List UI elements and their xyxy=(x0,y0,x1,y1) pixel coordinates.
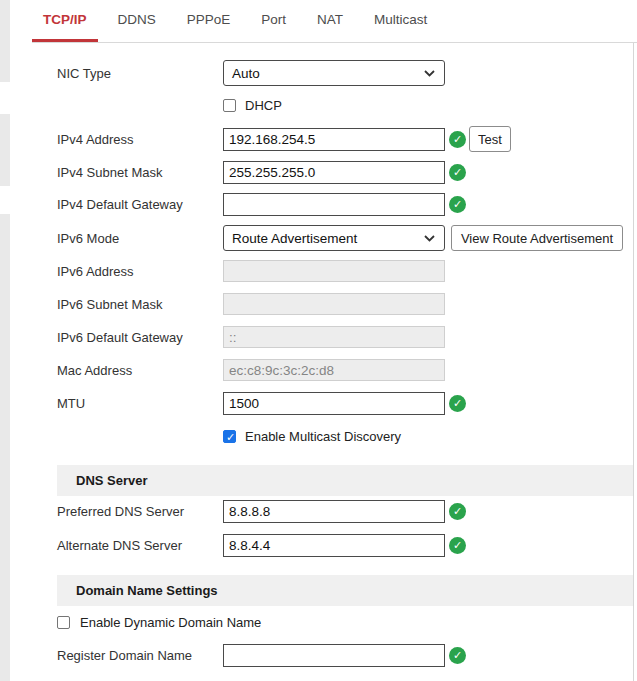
ipv6-subnet-mask-label: IPv6 Subnet Mask xyxy=(57,293,219,315)
ipv4-default-gateway-input[interactable] xyxy=(223,193,445,216)
valid-check-icon xyxy=(449,537,466,554)
preferred-dns-server-input[interactable] xyxy=(223,500,445,523)
register-domain-name-label: Register Domain Name xyxy=(57,644,219,667)
content-right-border xyxy=(633,42,634,681)
mac-address-label: Mac Address xyxy=(57,359,219,381)
view-route-advertisement-button[interactable]: View Route Advertisement xyxy=(451,225,623,251)
preferred-dns-server-label: Preferred DNS Server xyxy=(57,500,219,523)
tab-pppoe[interactable]: PPPoE xyxy=(176,0,242,42)
enable-multicast-discovery-checkbox[interactable] xyxy=(223,430,236,443)
chevron-down-icon xyxy=(424,70,435,77)
network-settings-page: TCP/IP DDNS PPPoE Port NAT Multicast NIC… xyxy=(0,0,637,681)
tab-tcpip[interactable]: TCP/IP xyxy=(32,0,98,42)
dhcp-label[interactable]: DHCP xyxy=(245,98,282,113)
sidebar-edge-gap xyxy=(0,82,10,114)
enable-dynamic-domain-name-label[interactable]: Enable Dynamic Domain Name xyxy=(80,615,261,630)
ipv4-subnet-mask-label: IPv4 Subnet Mask xyxy=(57,161,219,184)
nic-type-selected-value: Auto xyxy=(232,66,260,81)
ipv4-address-input[interactable] xyxy=(223,128,445,151)
sidebar-edge-gap xyxy=(0,186,10,214)
valid-check-icon xyxy=(449,196,466,213)
enable-dynamic-domain-name-checkbox[interactable] xyxy=(57,616,70,629)
dhcp-checkbox[interactable] xyxy=(223,99,236,112)
tab-ddns[interactable]: DDNS xyxy=(107,0,167,42)
valid-check-icon xyxy=(449,503,466,520)
valid-check-icon xyxy=(449,164,466,181)
test-button[interactable]: Test xyxy=(469,126,511,152)
tab-nat[interactable]: NAT xyxy=(306,0,354,42)
mtu-input[interactable] xyxy=(223,392,445,415)
ipv6-mode-selected-value: Route Advertisement xyxy=(232,231,357,246)
alternate-dns-server-input[interactable] xyxy=(223,534,445,557)
alternate-dns-server-label: Alternate DNS Server xyxy=(57,534,219,557)
nic-type-label: NIC Type xyxy=(57,60,219,86)
ipv6-default-gateway-label: IPv6 Default Gateway xyxy=(57,326,219,348)
ipv6-address-input xyxy=(223,260,445,282)
ipv4-subnet-mask-input[interactable] xyxy=(223,161,445,184)
ipv6-default-gateway-input xyxy=(223,326,445,348)
nic-type-select[interactable]: Auto xyxy=(223,60,445,86)
dns-server-section-title: DNS Server xyxy=(76,473,148,488)
register-domain-name-input[interactable] xyxy=(223,644,445,667)
ipv4-address-label: IPv4 Address xyxy=(57,128,219,151)
ipv6-address-label: IPv6 Address xyxy=(57,260,219,282)
valid-check-icon xyxy=(449,395,466,412)
valid-check-icon xyxy=(449,647,466,664)
tab-multicast[interactable]: Multicast xyxy=(363,0,438,42)
ipv6-subnet-mask-input xyxy=(223,293,445,315)
mtu-label: MTU xyxy=(57,392,219,415)
ipv4-default-gateway-label: IPv4 Default Gateway xyxy=(57,193,219,216)
mac-address-input xyxy=(223,359,445,381)
domain-name-settings-section-title: Domain Name Settings xyxy=(76,583,218,598)
enable-multicast-discovery-label[interactable]: Enable Multicast Discovery xyxy=(245,429,401,444)
tab-port[interactable]: Port xyxy=(250,0,297,42)
dns-server-section-header: DNS Server xyxy=(57,465,633,496)
ipv6-mode-label: IPv6 Mode xyxy=(57,225,219,251)
domain-name-settings-section-header: Domain Name Settings xyxy=(57,575,633,606)
network-tabbar: TCP/IP DDNS PPPoE Port NAT Multicast xyxy=(32,0,637,43)
chevron-down-icon xyxy=(424,235,435,242)
valid-check-icon xyxy=(449,131,466,148)
ipv6-mode-select[interactable]: Route Advertisement xyxy=(223,225,445,251)
